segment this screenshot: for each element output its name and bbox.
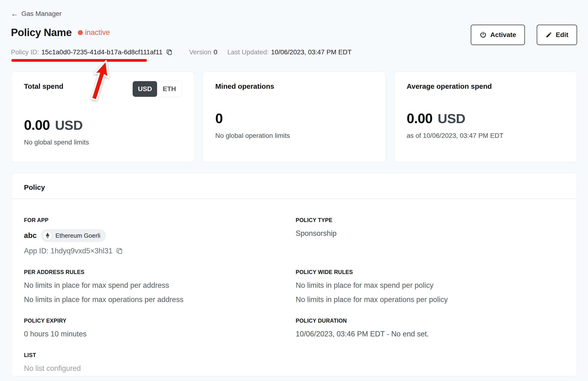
total-spend-value: 0.00 [24,117,50,133]
activate-button-label: Activate [490,31,516,39]
policy-id-group: Policy ID: 15c1a0d0-7235-41d4-b17a-6d8cf… [11,48,172,56]
network-badge: Ethereum Goerli [41,229,106,242]
annotation-red-underline [11,59,147,62]
currency-toggle-usd[interactable]: USD [133,81,157,97]
policy-expiry-section: POLICY EXPIRY 0 hours 10 minutes [24,318,296,338]
policy-type-section: POLICY TYPE Sponsorship [296,217,565,255]
average-operation-spend-unit: USD [438,111,465,126]
app-name: abc [24,231,37,240]
policy-type-label: POLICY TYPE [296,217,565,223]
per-address-rules-section: PER ADDRESS RULES No limits in place for… [24,269,296,304]
policy-wide-rule: No limits in place for max spend per pol… [296,281,565,290]
average-operation-spend-caption: as of 10/06/2023, 03:47 PM EDT [407,132,565,140]
for-app-section: FOR APP abc Ethereum Goerli App ID: 1hdy… [24,217,296,255]
average-operation-spend-card: Average operation spend 0.00 USD as of 1… [394,72,577,162]
mined-operations-value: 0 [215,110,223,126]
currency-toggle-eth[interactable]: ETH [157,81,182,97]
pencil-icon [546,32,552,38]
mined-operations-card: Mined operations 0 No global operation l… [203,72,386,162]
back-link-label: Gas Manager [21,10,62,18]
policy-duration-section: POLICY DURATION 10/06/2023, 03:46 PM EDT… [296,318,565,338]
ethereum-icon [43,231,52,240]
mined-operations-title: Mined operations [215,82,274,90]
dot-icon [78,30,83,35]
policy-duration-label: POLICY DURATION [296,318,565,324]
list-section: LIST No list configured [24,352,296,373]
arrow-left-icon: ← [11,10,18,17]
version-group: Version 0 [189,48,217,56]
title-row: Policy Name inactive [11,27,110,39]
policy-card-header: Policy [12,173,577,199]
policy-card-body: FOR APP abc Ethereum Goerli App ID: 1hdy… [12,199,577,373]
last-updated-group: Last Updated: 10/06/2023, 03:47 PM EDT [227,48,352,56]
back-link[interactable]: ← Gas Manager [11,10,62,18]
per-address-rule: No limits in place for max operations pe… [24,295,296,304]
total-spend-card: Total spend USD ETH 0.00 USD No global s… [11,72,194,162]
version-label: Version [189,48,211,56]
meta-row: Policy ID: 15c1a0d0-7235-41d4-b17a-6d8cf… [11,48,352,56]
average-operation-spend-title: Average operation spend [407,82,492,90]
copy-policy-id-button[interactable] [166,49,172,56]
average-operation-spend-value: 0.00 [407,110,433,126]
network-name: Ethereum Goerli [55,232,100,239]
last-updated-label: Last Updated: [227,48,269,56]
copy-document-icon [166,49,172,56]
power-icon [480,31,487,39]
average-operation-spend-value-row: 0.00 USD [407,110,565,126]
per-address-rule: No limits in place for max spend per add… [24,281,296,290]
currency-toggle: USD ETH [132,81,182,97]
policy-card-title: Policy [24,183,565,191]
edit-button-label: Edit [556,31,568,39]
mined-operations-value-row: 0 [215,110,373,126]
policy-card: Policy FOR APP abc Ethereum Goerli [11,173,577,376]
version-value: 0 [213,48,217,56]
list-value: No list configured [24,364,296,373]
mined-operations-caption: No global operation limits [215,132,373,140]
policy-id-value: 15c1a0d0-7235-41d4-b17a-6d8cf111af11 [41,48,163,56]
copy-app-id-button[interactable] [116,247,123,254]
copy-document-icon [116,247,123,254]
list-label: LIST [24,352,296,359]
page-title: Policy Name [11,27,72,39]
policy-expiry-value: 0 hours 10 minutes [24,330,296,338]
policy-wide-rule: No limits in place for max operations pe… [296,295,565,304]
for-app-label: FOR APP [24,217,296,223]
policy-id-label: Policy ID: [11,48,39,56]
last-updated-value: 10/06/2023, 03:47 PM EDT [271,48,351,56]
policy-wide-rules-section: POLICY WIDE RULES No limits in place for… [296,269,565,304]
app-row: abc Ethereum Goerli [24,229,296,242]
policy-duration-value: 10/06/2023, 03:46 PM EDT - No end set. [296,330,565,338]
total-spend-value-row: 0.00 USD [24,117,182,133]
total-spend-caption: No global spend limits [24,139,182,146]
policy-expiry-label: POLICY EXPIRY [24,318,296,324]
header-actions: Activate Edit [471,25,577,45]
stat-cards-row: Total spend USD ETH 0.00 USD No global s… [11,72,577,162]
edit-button[interactable]: Edit [537,25,577,45]
total-spend-title: Total spend [24,82,63,90]
activate-button[interactable]: Activate [471,25,525,45]
policy-wide-rules-label: POLICY WIDE RULES [296,269,565,275]
policy-type-value: Sponsorship [296,229,565,238]
total-spend-unit: USD [55,117,83,133]
per-address-rules-label: PER ADDRESS RULES [24,269,296,275]
app-id-row: App ID: 1hdyq9vxd5×3hl31 [24,247,296,255]
status-badge: inactive [78,28,110,37]
app-id-value: App ID: 1hdyq9vxd5×3hl31 [24,247,112,255]
status-label: inactive [85,28,110,37]
